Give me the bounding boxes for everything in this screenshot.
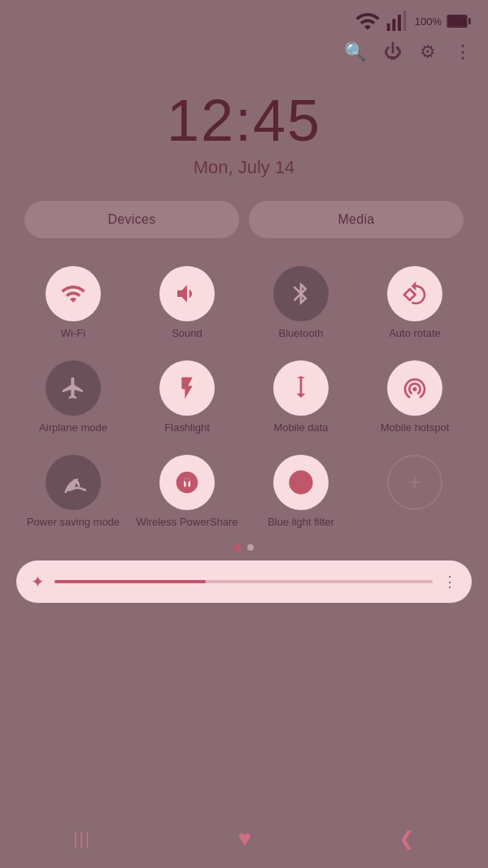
svg-rect-7 xyxy=(448,15,467,26)
tile-flashlight[interactable]: Flashlight xyxy=(130,352,244,442)
auto-rotate-tile-icon xyxy=(387,266,442,321)
tile-blue-light[interactable]: B Blue light filter xyxy=(244,447,358,536)
brightness-track[interactable] xyxy=(54,580,433,583)
tile-add[interactable]: + xyxy=(358,447,472,536)
tile-mobile-data[interactable]: Mobile data xyxy=(244,352,358,442)
airplane-tile-icon xyxy=(46,360,101,416)
brightness-more-icon[interactable]: ⋮ xyxy=(442,573,457,591)
power-saving-label: Power saving mode xyxy=(27,516,120,530)
wireless-share-label: Wireless PowerShare xyxy=(137,516,238,530)
airplane-icon xyxy=(60,375,86,401)
blue-light-tile-icon: B xyxy=(273,455,329,510)
tile-airplane[interactable]: Airplane mode xyxy=(16,352,130,442)
plus-icon: + xyxy=(407,470,422,495)
power-save-icon xyxy=(60,469,86,495)
wifi-icon xyxy=(60,281,86,307)
wifi-status-icon xyxy=(355,8,381,34)
brightness-fill xyxy=(54,580,206,583)
more-icon[interactable]: ⋮ xyxy=(454,41,472,63)
clock-time: 12:45 xyxy=(0,87,488,154)
media-tab[interactable]: Media xyxy=(249,201,464,238)
clock-date: Mon, July 14 xyxy=(0,157,488,178)
wifi-label: Wi-Fi xyxy=(61,327,85,341)
search-icon[interactable]: 🔍 xyxy=(344,41,366,63)
page-dots xyxy=(0,536,488,554)
power-icon[interactable]: ⏻ xyxy=(384,41,402,63)
mobile-data-tile-icon xyxy=(273,360,329,416)
tab-row: Devices Media xyxy=(0,186,488,246)
dot-1[interactable] xyxy=(234,544,241,551)
mobile-data-icon xyxy=(288,375,314,401)
hotspot-icon xyxy=(402,375,428,401)
wireless-share-tile-icon xyxy=(159,455,215,510)
bottom-nav: ||| ♥ ❮ xyxy=(0,816,488,868)
status-bar: 100% xyxy=(0,0,488,38)
tiles-grid: Wi-Fi Sound Bluetooth Auto rotate xyxy=(0,246,488,536)
brightness-icon: ✦ xyxy=(31,572,45,591)
hotspot-label: Mobile hotspot xyxy=(381,421,450,435)
svg-rect-0 xyxy=(386,24,390,31)
dot-2[interactable] xyxy=(247,544,254,551)
add-tile-icon: + xyxy=(387,455,442,510)
mobile-data-label: Mobile data xyxy=(273,421,328,435)
tile-sound[interactable]: Sound xyxy=(130,258,244,347)
svg-rect-1 xyxy=(392,19,395,31)
top-actions: 🔍 ⏻ ⚙ ⋮ xyxy=(0,38,488,71)
rotate-icon xyxy=(402,281,428,307)
home-icon[interactable]: ♥ xyxy=(237,826,251,852)
power-saving-tile-icon xyxy=(46,455,101,510)
bluetooth-label: Bluetooth xyxy=(279,327,324,341)
svg-rect-5 xyxy=(468,18,471,24)
svg-point-9 xyxy=(290,471,312,493)
battery-text: 100% xyxy=(415,15,442,28)
tile-auto-rotate[interactable]: Auto rotate xyxy=(358,258,472,347)
sound-icon xyxy=(174,281,200,307)
flashlight-label: Flashlight xyxy=(164,421,210,435)
back-icon[interactable]: ❮ xyxy=(399,827,415,850)
flashlight-icon xyxy=(174,375,200,401)
signal-icon xyxy=(385,8,411,34)
svg-rect-3 xyxy=(403,11,406,31)
svg-rect-2 xyxy=(398,15,401,31)
sound-label: Sound xyxy=(172,327,203,341)
hotspot-tile-icon xyxy=(387,360,442,416)
tile-wifi[interactable]: Wi-Fi xyxy=(16,258,130,347)
brightness-row[interactable]: ✦ ⋮ xyxy=(16,560,472,603)
tile-bluetooth[interactable]: Bluetooth xyxy=(244,258,358,347)
tile-power-saving[interactable]: Power saving mode xyxy=(16,447,130,536)
airplane-label: Airplane mode xyxy=(39,421,107,435)
sound-tile-icon xyxy=(159,266,215,321)
tile-wireless-share[interactable]: Wireless PowerShare xyxy=(130,447,244,536)
wireless-share-icon xyxy=(174,469,200,495)
devices-tab[interactable]: Devices xyxy=(24,201,239,238)
clock-area: 12:45 Mon, July 14 xyxy=(0,71,488,186)
wifi-tile-icon xyxy=(46,266,101,321)
blue-light-icon: B xyxy=(288,469,314,495)
bluetooth-tile-icon xyxy=(273,266,329,321)
tile-hotspot[interactable]: Mobile hotspot xyxy=(358,352,472,442)
settings-icon[interactable]: ⚙ xyxy=(420,41,436,63)
bluetooth-icon xyxy=(288,281,314,307)
flashlight-tile-icon xyxy=(159,360,215,416)
recent-apps-icon[interactable]: ||| xyxy=(73,830,91,848)
auto-rotate-label: Auto rotate xyxy=(389,327,441,341)
status-icons: 100% xyxy=(355,8,472,34)
battery-icon xyxy=(446,8,472,34)
blue-light-label: Blue light filter xyxy=(268,516,334,530)
